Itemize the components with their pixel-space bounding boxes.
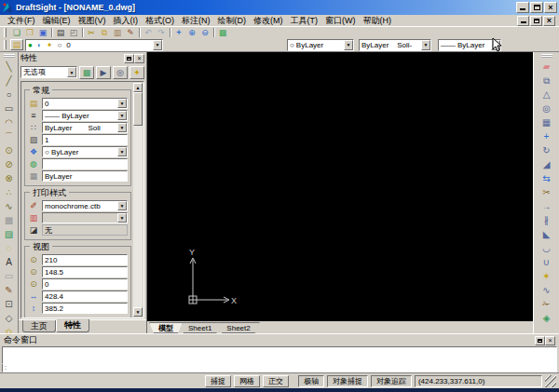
layer-combobox[interactable]: ●◐✦○ 0 ▼ [25,39,163,51]
hatch-icon[interactable]: ▨ [2,227,17,241]
scrollbar-thumb[interactable] [133,92,143,126]
options-icon[interactable]: ▩ [216,27,229,38]
region-icon[interactable]: ▩ [2,213,17,227]
copy-entity-icon[interactable]: ⧉ [539,74,554,88]
selection-combobox[interactable]: 无选项 ▼ [20,66,77,78]
dropdown-arrow-icon[interactable]: ▼ [117,201,127,210]
snap-toggle[interactable]: 捕捉 [205,375,231,387]
mdi-restore-button[interactable] [530,16,542,26]
arc-icon[interactable]: ◠ [2,115,17,129]
toolbar-grip[interactable] [4,28,7,37]
dropdown-arrow-icon[interactable]: ▼ [491,40,500,50]
note-icon[interactable]: A [2,255,17,269]
tab-sheet2[interactable]: Sheet2 [217,322,259,333]
zoom-out-icon[interactable]: ⊖ [198,27,211,38]
dropdown-arrow-icon[interactable]: ▼ [117,147,127,156]
menu-item[interactable]: 文件(F) [4,15,39,26]
copy-icon[interactable]: ⧉ [98,27,111,38]
view-height-field[interactable]: 385.2 ▼ [42,303,128,314]
tab-model[interactable]: 模型 [149,322,183,333]
offset-icon[interactable]: ◎ [539,101,554,115]
hyperlink-field[interactable]: ▼ [42,158,128,169]
ortho-toggle[interactable]: 正交 [263,375,289,387]
select-entities-icon[interactable]: ▶ [96,66,111,79]
menu-item[interactable]: 标注(N) [178,15,214,26]
extend-icon[interactable]: → [539,199,554,213]
view-center-z-field[interactable]: 0 ▼ [42,278,128,290]
explode-icon[interactable]: ✶ [539,269,554,283]
select-highlight-icon[interactable]: ◎ [113,66,128,79]
cut-icon[interactable]: ✂ [85,27,98,38]
polygon-icon[interactable]: ◇ [2,311,17,325]
maximize-button[interactable] [530,2,543,13]
menu-item[interactable]: 窗口(W) [321,15,360,26]
menu-item[interactable]: 插入(I) [110,15,143,26]
split-icon[interactable]: ✁ [539,297,554,311]
redo-icon[interactable]: ↷ [155,27,168,38]
tab-home[interactable]: 主页 [22,320,56,332]
edit-polyline-icon[interactable]: ∿ [539,283,554,297]
menu-item[interactable]: 工具(T) [287,15,322,26]
quick-select-icon[interactable]: ✦ [130,66,144,79]
point-icon[interactable]: ∴ [2,185,17,199]
dropdown-arrow-icon[interactable]: ▼ [117,99,127,108]
print-preview-icon[interactable]: ◰ [67,27,80,38]
linestyle-field[interactable]: —— ByLayer ▼ [42,110,128,121]
move-icon[interactable]: + [539,129,554,143]
close-button[interactable]: × [544,2,557,13]
pan-icon[interactable]: + [172,27,185,38]
view-width-field[interactable]: 428.4 ▼ [42,291,128,302]
save-icon[interactable]: ▣ [36,27,49,38]
view-center-y-field[interactable]: 148.5 ▼ [42,266,128,277]
command-close-button[interactable]: × [545,336,555,345]
menu-item[interactable]: 格式(O) [142,15,178,26]
toolbar-grip[interactable] [4,54,15,58]
boundary-icon[interactable]: ⊡ [2,297,17,311]
polar-toggle[interactable]: 极轴 [298,375,324,387]
print-icon[interactable]: ▤ [54,27,67,38]
print-color-field[interactable]: ▼ [42,212,128,223]
zoom-in-icon[interactable]: ⊕ [185,27,198,38]
rotate-icon[interactable]: ↻ [539,143,554,157]
dropdown-arrow-icon[interactable]: ▼ [344,40,353,50]
new-icon[interactable]: ❏ [10,27,23,38]
menu-item[interactable]: 帮助(H) [360,15,396,26]
menu-item[interactable]: 视图(V) [75,15,110,26]
dropdown-arrow-icon[interactable]: ▼ [67,67,76,77]
tab-properties[interactable]: 特性 [56,319,89,332]
print-table-field[interactable]: 无 ▼ [42,224,128,236]
view-center-x-field[interactable]: 210 ▼ [42,254,128,265]
linecolor-combobox[interactable]: ○ ByLayer ▼ [287,39,354,51]
simple-note-icon[interactable]: ▭ [2,269,17,283]
grid-toggle[interactable]: 网格 [234,375,260,387]
arc-3point-icon[interactable]: ⌒ [2,129,17,143]
dropdown-arrow-icon[interactable]: ▼ [117,123,127,132]
circle-icon[interactable]: ○ [2,88,17,101]
toolbar-grip[interactable] [541,54,552,58]
undo-icon[interactable]: ↶ [142,27,155,38]
open-icon[interactable]: ❐ [23,27,36,38]
weld-icon[interactable]: ∪ [539,255,554,269]
linestyle-combobox[interactable]: ByLayer Soli- ▼ [359,39,431,51]
chamfer-icon[interactable]: ◣ [539,227,554,241]
scroll-down-icon[interactable]: ▼ [133,307,143,317]
spline-icon[interactable]: ∿ [2,199,17,213]
print-style-field[interactable]: monochrome.ctb ▼ [42,200,128,211]
material-field[interactable]: ByLayer ▼ [42,170,128,182]
ellipse-center-icon[interactable]: ⊙ [2,143,17,157]
minimize-button[interactable] [516,2,529,13]
format-painter-icon[interactable]: ✎ [124,27,137,38]
lineweight-combobox[interactable]: —— ByLayer ▼ [438,39,501,51]
delete-icon[interactable]: ▰ [539,60,554,74]
dropdown-arrow-icon[interactable]: ▼ [421,40,430,50]
tab-sheet1[interactable]: Sheet1 [179,322,221,333]
rectangle-icon[interactable]: ▭ [2,101,17,115]
linecolor-field[interactable]: ○ ByLayer ▼ [42,146,128,157]
ellipse-axis-icon[interactable]: ⊘ [2,157,17,171]
panel-scrollbar[interactable]: ▲ ▼ [133,83,143,317]
resize-grip[interactable] [545,375,556,387]
select-set-icon[interactable]: ▩ [79,66,94,79]
lineweight-field[interactable]: ByLayer Soli ▼ [42,122,128,133]
dropdown-arrow-icon[interactable]: ▼ [117,111,127,120]
panel-close-button[interactable]: × [134,54,144,63]
